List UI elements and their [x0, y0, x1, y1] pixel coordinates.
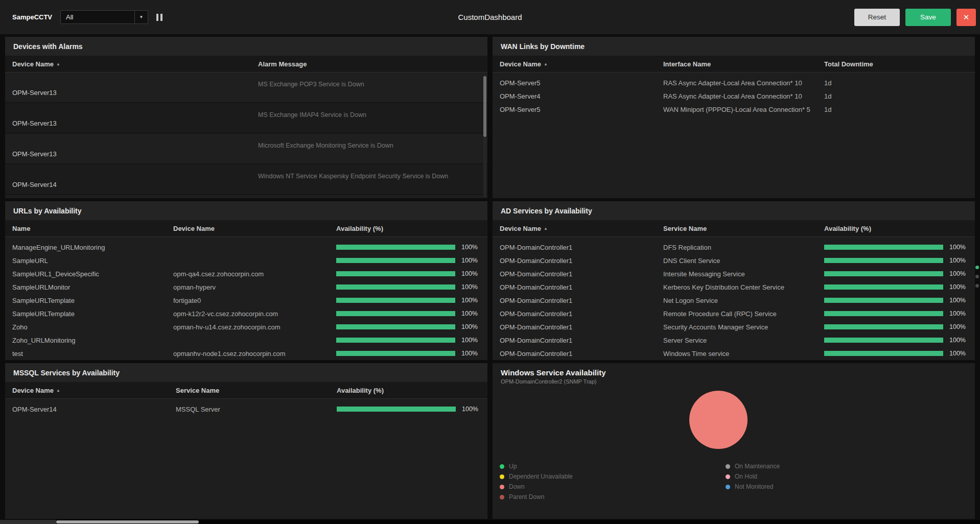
availability-cell: 100%: [824, 350, 968, 357]
page-dot-active[interactable]: [975, 266, 979, 269]
column-interface-name[interactable]: Interface Name: [663, 60, 824, 68]
availability-value: 100%: [461, 283, 478, 291]
table-row[interactable]: OPM-Server4 RAS Async Adapter-Local Area…: [493, 89, 975, 103]
column-alarm-message[interactable]: Alarm Message: [258, 60, 480, 68]
close-button[interactable]: ✕: [956, 9, 976, 26]
availability-value: 100%: [949, 337, 966, 344]
table-row[interactable]: SampleURL1_DeviceSpecific opm-qa4.csez.z…: [5, 267, 487, 280]
vertical-scrollbar[interactable]: [483, 75, 486, 197]
sort-asc-icon: ▲: [56, 388, 60, 393]
availability-bar: [336, 271, 455, 276]
column-availability[interactable]: Availability (%): [337, 387, 480, 394]
table-row[interactable]: OPM-Server5 WAN Miniport (PPPOE)-Local A…: [493, 103, 975, 116]
column-name[interactable]: Name: [12, 225, 173, 232]
availability-bar-fill: [824, 245, 943, 250]
availability-pie[interactable]: [689, 391, 748, 449]
table-row[interactable]: OPM-DomainController1 Kerberos Key Distr…: [493, 280, 975, 294]
reset-button[interactable]: Reset: [854, 9, 900, 26]
table-row[interactable]: MS Exchange IMAP4 Service is Down OPM-Se…: [5, 103, 487, 134]
table-row[interactable]: OPM-DomainController1 Server Service 100…: [493, 334, 975, 347]
total-downtime: 1d: [824, 92, 968, 100]
legend-label: Parent Down: [509, 493, 544, 501]
device-name: OPM-DomainController1: [500, 337, 663, 344]
table-row[interactable]: OPM-DomainController1 Intersite Messagin…: [493, 267, 975, 280]
table-row[interactable]: OPM-Server5 RAS Async Adapter-Local Area…: [493, 76, 975, 89]
table-row[interactable]: OPM-DomainController1 DNS Client Service…: [493, 254, 975, 267]
availability-bar: [824, 351, 943, 356]
table-row[interactable]: SampleURLTemplate opm-k12r2-vc.csez.zoho…: [5, 307, 487, 320]
table-row[interactable]: Windows NT Service Kaspersky Endpoint Se…: [5, 164, 487, 195]
column-device-name[interactable]: Device Name: [173, 225, 336, 232]
availability-value: 100%: [461, 350, 478, 357]
widget-page-indicator[interactable]: [975, 266, 979, 288]
table-row[interactable]: OPM-DomainController1 Windows Time servi…: [493, 347, 975, 360]
panel-urls-availability: URLs by Availability Name Device Name Av…: [5, 201, 487, 360]
column-device-name[interactable]: Device Name▲: [12, 387, 176, 394]
save-button[interactable]: Save: [905, 9, 951, 26]
availability-cell: 100%: [336, 323, 480, 330]
table-row[interactable]: OPM-DomainController1 Net Logon Service …: [493, 294, 975, 307]
table-row[interactable]: Microsoft Exchange Monitoring Service is…: [5, 134, 487, 164]
legend-item[interactable]: On Hold: [726, 471, 947, 482]
legend-color-dot: [726, 464, 730, 469]
legend-item[interactable]: On Maintenance: [726, 461, 947, 471]
service-name: Intersite Messaging Service: [663, 270, 824, 278]
table-header: Device Name▲ Alarm Message: [5, 56, 487, 73]
legend-color-dot: [726, 485, 730, 489]
legend-label: Up: [509, 463, 517, 470]
device-name: OPM-DomainController1: [500, 257, 663, 265]
column-device-name[interactable]: Device Name▲: [500, 225, 663, 232]
table-row[interactable]: OPM-Server14 MSSQL Server 100%: [5, 402, 487, 416]
legend-item[interactable]: Up: [500, 461, 721, 471]
column-availability[interactable]: Availability (%): [824, 225, 968, 232]
device-name: OPM-Server14: [12, 406, 176, 413]
column-service-name[interactable]: Service Name: [176, 387, 337, 394]
legend-item[interactable]: Down: [500, 482, 721, 492]
table-row[interactable]: OPM-DomainController1 Remote Procedure C…: [493, 307, 975, 320]
availability-cell: 100%: [824, 310, 968, 317]
horizontal-scrollbar[interactable]: [0, 520, 980, 524]
page-dot[interactable]: [975, 284, 979, 288]
scrollbar-thumb[interactable]: [56, 520, 199, 523]
legend-item[interactable]: Not Monitored: [726, 482, 947, 492]
panel-title-text: Devices with Alarms: [13, 42, 83, 51]
availability-cell: 100%: [824, 323, 968, 330]
table-row[interactable]: OPM-DomainController1 DFS Replication 10…: [493, 241, 975, 254]
table-row[interactable]: ManageEngine_URLMonitoring 100%: [5, 241, 487, 254]
availability-bar: [336, 351, 455, 356]
table-row[interactable]: OPM-DomainController1 Security Accounts …: [493, 320, 975, 334]
pause-button[interactable]: [156, 14, 162, 21]
table-row[interactable]: Zoho opman-hv-u14.csez.zohocorpin.com 10…: [5, 320, 487, 334]
column-device-name[interactable]: Device Name▲: [12, 60, 258, 68]
panel-title-text: MSSQL Services by Availability: [13, 369, 120, 377]
table-row[interactable]: SampleURLMonitor opman-hyperv 100%: [5, 280, 487, 294]
chevron-down-icon[interactable]: ▼: [134, 11, 148, 23]
availability-cell: 100%: [824, 283, 968, 291]
availability-bar: [824, 258, 943, 263]
legend-item[interactable]: Dependent Unavailable: [500, 471, 721, 482]
url-name: SampleURLMonitor: [12, 283, 173, 291]
availability-value: 100%: [949, 350, 966, 357]
filter-dropdown[interactable]: All ▼: [60, 10, 148, 24]
device-name: OPM-DomainController1: [500, 297, 663, 304]
legend-item[interactable]: Parent Down: [500, 492, 721, 502]
column-device-name[interactable]: Device Name▲: [500, 60, 663, 68]
column-total-downtime[interactable]: Total Downtime: [824, 60, 968, 68]
table-row[interactable]: Zoho_URLMonitoring 100%: [5, 334, 487, 347]
column-service-name[interactable]: Service Name: [663, 225, 824, 232]
availability-bar: [337, 407, 456, 412]
legend-color-dot: [500, 485, 504, 489]
availability-bar: [336, 298, 455, 303]
table-row[interactable]: SampleURLTemplate fortigate0 100%: [5, 294, 487, 307]
page-dot[interactable]: [975, 275, 979, 278]
panel-title-urls: URLs by Availability: [5, 201, 487, 220]
availability-cell: 100%: [824, 337, 968, 344]
table-row[interactable]: test opmanhv-node1.csez.zohocorpin.com 1…: [5, 347, 487, 360]
service-name: Net Logon Service: [663, 297, 824, 304]
scrollbar-thumb[interactable]: [483, 76, 486, 137]
table-row[interactable]: MS Exchange POP3 Service is Down OPM-Ser…: [5, 73, 487, 103]
availability-bar-fill: [336, 245, 455, 250]
column-availability[interactable]: Availability (%): [336, 225, 480, 232]
device-name: OPM-DomainController1: [500, 350, 663, 358]
table-row[interactable]: SampleURL 100%: [5, 254, 487, 267]
